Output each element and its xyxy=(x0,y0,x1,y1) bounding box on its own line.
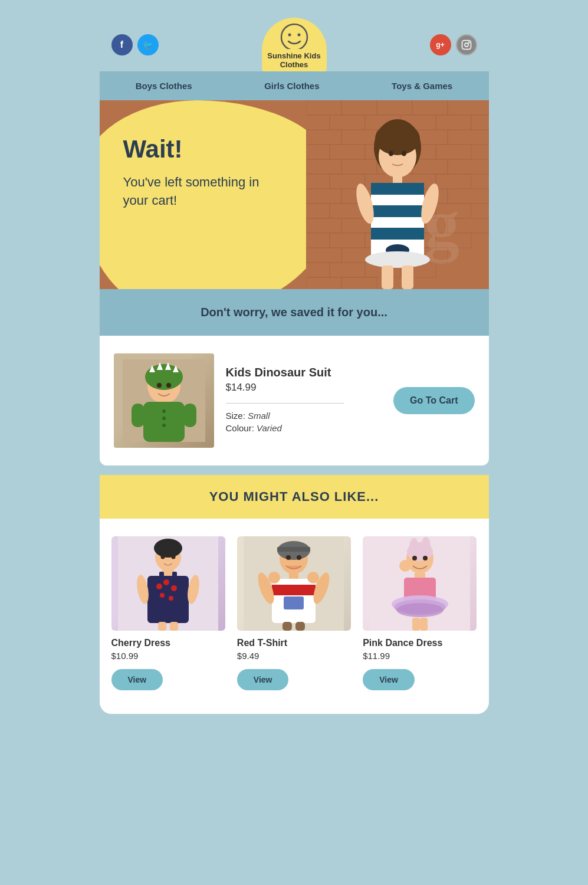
svg-point-94 xyxy=(166,383,171,388)
svg-point-109 xyxy=(163,579,169,585)
view-button-cherry-dress[interactable]: View xyxy=(111,669,163,690)
svg-rect-125 xyxy=(289,573,298,579)
product-price-cherry-dress: $10.99 xyxy=(111,651,225,661)
svg-point-124 xyxy=(297,555,301,560)
google-icon[interactable]: g+ xyxy=(430,34,451,55)
svg-point-112 xyxy=(169,596,173,601)
product-name-red-tshirt: Red T-Shirt xyxy=(237,638,351,648)
product-price-red-tshirt: $9.49 xyxy=(237,651,351,661)
svg-point-103 xyxy=(154,539,182,558)
hero-section: Wait! You've left something in your cart… xyxy=(100,100,489,289)
svg-point-139 xyxy=(407,542,433,561)
svg-point-140 xyxy=(412,556,417,560)
cart-section: Kids Dinosaur Suit $14.99 Size: Small Co… xyxy=(100,336,489,466)
go-to-cart-button[interactable]: Go To Cart xyxy=(393,387,474,414)
products-section: Cherry Dress $10.99 View xyxy=(100,519,489,714)
svg-rect-127 xyxy=(272,585,316,595)
cart-item-details: Kids Dinosaur Suit $14.99 Size: Small Co… xyxy=(226,366,382,435)
svg-rect-84 xyxy=(402,266,413,289)
brand-name: Sunshine Kids Clothes xyxy=(262,50,327,71)
cart-colour: Colour: Varied xyxy=(226,423,382,433)
cart-item-row: Kids Dinosaur Suit $14.99 Size: Small Co… xyxy=(114,353,475,448)
instagram-icon[interactable] xyxy=(456,34,477,55)
svg-rect-76 xyxy=(371,205,424,217)
header: f 🐦 Sunshine Kids Clothes g+ xyxy=(100,12,489,71)
svg-rect-100 xyxy=(183,404,196,427)
svg-point-111 xyxy=(160,593,165,598)
nav-toys-games[interactable]: Toys & Games xyxy=(392,81,452,91)
also-like-heading: YOU MIGHT ALSO LIKE... xyxy=(209,489,379,504)
svg-point-110 xyxy=(171,585,177,591)
svg-point-5 xyxy=(468,42,469,43)
product-name-cherry-dress: Cherry Dress xyxy=(111,638,225,648)
product-card-red-tshirt: Red T-Shirt $9.49 View xyxy=(237,536,351,690)
product-card-pink-dance-dress: Pink Dance Dress $11.99 View xyxy=(363,536,477,690)
cart-item-name: Kids Dinosaur Suit xyxy=(226,366,382,379)
svg-rect-75 xyxy=(371,183,424,195)
svg-point-132 xyxy=(307,572,319,584)
svg-point-0 xyxy=(281,24,307,49)
email-container: f 🐦 Sunshine Kids Clothes g+ xyxy=(100,12,489,861)
svg-point-70 xyxy=(375,122,420,155)
products-grid: Cherry Dress $10.99 View xyxy=(111,536,477,690)
twitter-icon[interactable]: 🐦 xyxy=(137,34,159,55)
svg-point-4 xyxy=(465,43,468,47)
svg-rect-128 xyxy=(284,596,304,609)
nav-girls-clothes[interactable]: Girls Clothes xyxy=(264,81,319,91)
svg-rect-3 xyxy=(462,40,471,49)
svg-point-71 xyxy=(389,151,393,156)
product-image-pink-dance-dress xyxy=(363,536,477,631)
view-button-red-tshirt[interactable]: View xyxy=(237,669,289,690)
svg-point-105 xyxy=(172,555,176,559)
svg-rect-114 xyxy=(172,572,177,578)
logo-circle xyxy=(262,18,327,50)
cart-item-image xyxy=(114,353,214,448)
hero-heading: Wait! xyxy=(123,136,277,163)
hero-text: Wait! You've left something in your cart… xyxy=(123,136,277,210)
svg-point-131 xyxy=(268,572,280,584)
svg-point-80 xyxy=(365,251,430,268)
svg-point-98 xyxy=(162,424,166,427)
social-right: g+ xyxy=(430,34,477,55)
svg-rect-122 xyxy=(277,547,310,552)
svg-point-104 xyxy=(161,555,165,559)
svg-point-141 xyxy=(423,556,428,560)
logo: Sunshine Kids Clothes xyxy=(262,18,327,71)
hero-subtitle: You've left something in your cart! xyxy=(123,173,277,210)
cart-divider xyxy=(226,403,344,404)
svg-point-1 xyxy=(288,33,291,36)
social-left: f 🐦 xyxy=(111,34,159,55)
also-like-banner: YOU MIGHT ALSO LIKE... xyxy=(100,475,489,519)
svg-point-108 xyxy=(156,584,162,589)
hero-image: g xyxy=(306,100,489,289)
size-value: Small xyxy=(248,411,270,421)
svg-point-88 xyxy=(145,364,183,390)
nav-boys-clothes[interactable]: Boys Clothes xyxy=(136,81,192,91)
svg-rect-83 xyxy=(382,266,393,289)
svg-rect-134 xyxy=(295,622,305,631)
svg-rect-99 xyxy=(132,404,144,427)
svg-point-2 xyxy=(297,33,300,36)
svg-point-142 xyxy=(399,560,411,572)
svg-point-123 xyxy=(286,555,291,560)
svg-point-93 xyxy=(157,383,162,388)
product-image-red-tshirt xyxy=(237,536,351,631)
product-card-cherry-dress: Cherry Dress $10.99 View xyxy=(111,536,225,690)
size-label: Size: xyxy=(226,411,245,421)
svg-rect-143 xyxy=(415,573,425,578)
svg-point-147 xyxy=(396,603,444,617)
product-image-cherry-dress xyxy=(111,536,225,631)
facebook-icon[interactable]: f xyxy=(111,34,133,55)
cart-size: Size: Small xyxy=(226,411,382,421)
svg-point-72 xyxy=(402,151,406,156)
svg-rect-117 xyxy=(158,622,166,631)
svg-rect-95 xyxy=(143,402,185,442)
logo-face-icon xyxy=(277,21,312,51)
svg-point-96 xyxy=(162,409,166,413)
svg-rect-77 xyxy=(371,228,424,240)
saved-banner-text: Don't worry, we saved it for you... xyxy=(201,306,387,319)
view-button-pink-dance-dress[interactable]: View xyxy=(363,669,415,690)
product-price-pink-dance-dress: $11.99 xyxy=(363,651,477,661)
svg-rect-149 xyxy=(420,618,428,631)
svg-rect-118 xyxy=(170,622,178,631)
